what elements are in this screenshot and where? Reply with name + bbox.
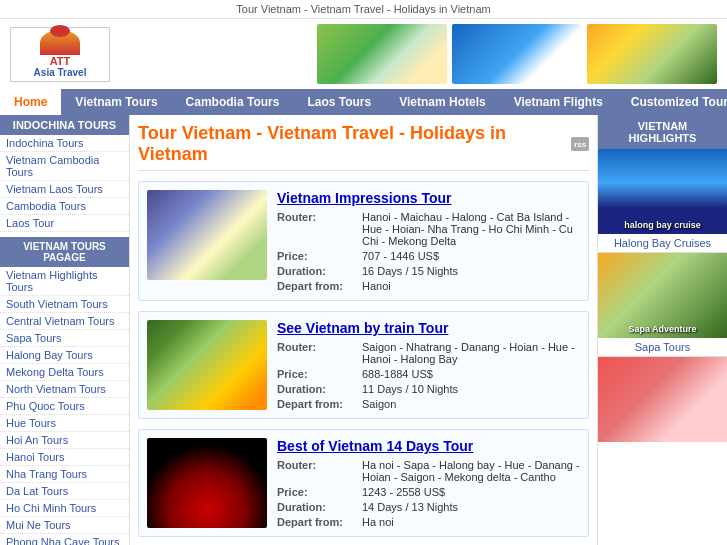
right-sidebar-title: VIETNAM HIGHLIGHTS — [598, 115, 727, 149]
main-layout: INDOCHINA TOURS Indochina Tours Vietnam … — [0, 115, 727, 545]
logo-text: ATT Asia Travel — [34, 55, 87, 78]
tour2-price-label: Price: — [277, 368, 357, 380]
tour1-router-label: Router: — [277, 211, 357, 247]
highlight-halong-img — [598, 149, 727, 234]
header-img-field — [587, 24, 717, 84]
highlight-sapa-link[interactable]: Sapa Tours — [598, 338, 727, 357]
nav-vietnam-hotels[interactable]: Vietnam Hotels — [385, 89, 499, 115]
sidebar-hue-tours[interactable]: Hue Tours — [0, 415, 129, 432]
tour3-depart-value: Ha noi — [362, 516, 580, 528]
sidebar-vietnam-title: VIETNAM TOURS PAGAGE — [0, 237, 129, 267]
tour3-router-label: Router: — [277, 459, 357, 483]
tour2-duration-label: Duration: — [277, 383, 357, 395]
sidebar-cambodia-tours[interactable]: Cambodia Tours — [0, 198, 129, 215]
sidebar-sapa-tours[interactable]: Sapa Tours — [0, 330, 129, 347]
header-img-boat — [452, 24, 582, 84]
nav-customized-tours[interactable]: Customized Tours — [617, 89, 727, 115]
tour-card-3: Best of Vietnam 14 Days Tour Router: Ha … — [138, 429, 589, 537]
nav-vietnam-tours[interactable]: Vietnam Tours — [61, 89, 171, 115]
highlight-sapa-img — [598, 253, 727, 338]
tour-details-3: Best of Vietnam 14 Days Tour Router: Ha … — [277, 438, 580, 528]
sidebar-south-vietnam[interactable]: South Vietnam Tours — [0, 296, 129, 313]
tour3-router-value: Ha noi - Sapa - Halong bay - Hue - Danan… — [362, 459, 580, 483]
sidebar-hanoi-tours[interactable]: Hanoi Tours — [0, 449, 129, 466]
tour2-depart-label: Depart from: — [277, 398, 357, 410]
top-bar: Tour Vietnam - Vietnam Travel - Holidays… — [0, 0, 727, 19]
right-sidebar: VIETNAM HIGHLIGHTS Halong Bay Cruises Sa… — [597, 115, 727, 545]
sidebar-hoi-an-tours[interactable]: Hoi An Tours — [0, 432, 129, 449]
sidebar-vietnam-laos-tours[interactable]: Vietnam Laos Tours — [0, 181, 129, 198]
tour-title-1[interactable]: Vietnam Impressions Tour — [277, 190, 580, 206]
tour-info-2: Router: Saigon - Nhatrang - Danang - Hoi… — [277, 341, 580, 410]
left-sidebar: INDOCHINA TOURS Indochina Tours Vietnam … — [0, 115, 130, 545]
tour3-price-value: 1243 - 2558 US$ — [362, 486, 580, 498]
tour3-duration-label: Duration: — [277, 501, 357, 513]
tour-details-1: Vietnam Impressions Tour Router: Hanoi -… — [277, 190, 580, 292]
sidebar-section-vietnam: VIETNAM TOURS PAGAGE Vietnam Highlights … — [0, 237, 129, 545]
logo-sun-icon — [40, 30, 80, 55]
tour1-depart-value: Hanoi — [362, 280, 580, 292]
main-content: Tour Vietnam - Vietnam Travel - Holidays… — [130, 115, 597, 545]
header-images — [130, 24, 717, 84]
tour2-depart-value: Saigon — [362, 398, 580, 410]
sidebar-indochina-tours[interactable]: Indochina Tours — [0, 135, 129, 152]
sidebar-mekong-delta-tours[interactable]: Mekong Delta Tours — [0, 364, 129, 381]
tour-thumb-3 — [147, 438, 267, 528]
tour1-router-value: Hanoi - Maichau - Halong - Cat Ba Island… — [362, 211, 580, 247]
highlight-halong-link[interactable]: Halong Bay Cruises — [598, 234, 727, 253]
sidebar-phong-nha-tours[interactable]: Phong Nha Cave Tours — [0, 534, 129, 545]
tour-thumb-2 — [147, 320, 267, 410]
nav-laos-tours[interactable]: Laos Tours — [293, 89, 385, 115]
nav-home[interactable]: Home — [0, 89, 61, 115]
tour2-duration-value: 11 Days / 10 Nights — [362, 383, 580, 395]
sidebar-da-lat-tours[interactable]: Da Lat Tours — [0, 483, 129, 500]
sidebar-vietnam-highlights[interactable]: Vietnam Highlights Tours — [0, 267, 129, 296]
highlight-third-img — [598, 357, 727, 442]
tour-info-3: Router: Ha noi - Sapa - Halong bay - Hue… — [277, 459, 580, 528]
tour3-depart-label: Depart from: — [277, 516, 357, 528]
logo-area: ATT Asia Travel — [10, 27, 130, 82]
sidebar-halong-bay-tours[interactable]: Halong Bay Tours — [0, 347, 129, 364]
logo-box: ATT Asia Travel — [10, 27, 110, 82]
tour-card-2: See Vietnam by train Tour Router: Saigon… — [138, 311, 589, 419]
sidebar-laos-tour[interactable]: Laos Tour — [0, 215, 129, 232]
tour3-price-label: Price: — [277, 486, 357, 498]
sidebar-mui-ne-tours[interactable]: Mui Ne Tours — [0, 517, 129, 534]
sidebar-nha-trang-tours[interactable]: Nha Trang Tours — [0, 466, 129, 483]
tour2-price-value: 688-1884 US$ — [362, 368, 580, 380]
tour2-router-value: Saigon - Nhatrang - Danang - Hoian - Hue… — [362, 341, 580, 365]
sidebar-vietnam-cambodia-tours[interactable]: Vietnam Cambodia Tours — [0, 152, 129, 181]
tour-title-2[interactable]: See Vietnam by train Tour — [277, 320, 580, 336]
header-img-girl — [317, 24, 447, 84]
tour-title-3[interactable]: Best of Vietnam 14 Days Tour — [277, 438, 580, 454]
rss-icon: rss — [571, 137, 589, 151]
tour-info-1: Router: Hanoi - Maichau - Halong - Cat B… — [277, 211, 580, 292]
tour1-price-value: 707 - 1446 US$ — [362, 250, 580, 262]
header: ATT Asia Travel — [0, 19, 727, 89]
page-title: Tour Vietnam - Vietnam Travel - Holidays… — [138, 123, 589, 171]
sidebar-ho-chi-minh-tours[interactable]: Ho Chi Minh Tours — [0, 500, 129, 517]
tour-thumb-1 — [147, 190, 267, 280]
main-nav: Home Vietnam Tours Cambodia Tours Laos T… — [0, 89, 727, 115]
tour3-duration-value: 14 Days / 13 Nights — [362, 501, 580, 513]
sidebar-north-vietnam-tours[interactable]: North Vietnam Tours — [0, 381, 129, 398]
nav-vietnam-flights[interactable]: Vietnam Flights — [500, 89, 617, 115]
sidebar-indochina-title: INDOCHINA TOURS — [0, 115, 129, 135]
tour1-depart-label: Depart from: — [277, 280, 357, 292]
sidebar-phu-quoc-tours[interactable]: Phu Quoc Tours — [0, 398, 129, 415]
nav-cambodia-tours[interactable]: Cambodia Tours — [172, 89, 294, 115]
tour1-duration-label: Duration: — [277, 265, 357, 277]
top-bar-text: Tour Vietnam - Vietnam Travel - Holidays… — [236, 3, 490, 15]
sidebar-section-indochina: INDOCHINA TOURS Indochina Tours Vietnam … — [0, 115, 129, 232]
sidebar-central-vietnam[interactable]: Central Vietnam Tours — [0, 313, 129, 330]
tour1-price-label: Price: — [277, 250, 357, 262]
tour1-duration-value: 16 Days / 15 Nights — [362, 265, 580, 277]
tour-card-1: Vietnam Impressions Tour Router: Hanoi -… — [138, 181, 589, 301]
tour2-router-label: Router: — [277, 341, 357, 365]
tour-details-2: See Vietnam by train Tour Router: Saigon… — [277, 320, 580, 410]
